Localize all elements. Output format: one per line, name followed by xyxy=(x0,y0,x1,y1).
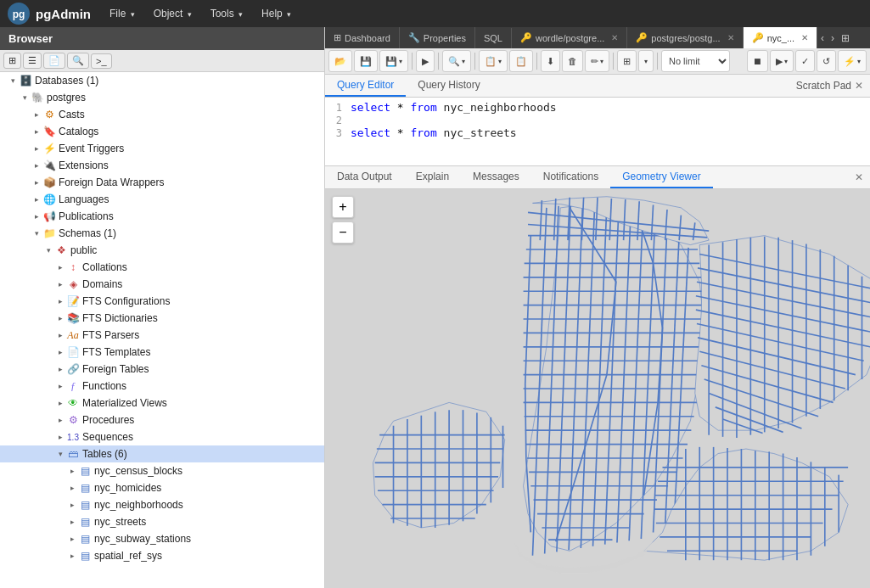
tree-item-catalogs[interactable]: 🔖 Catalogs xyxy=(0,123,324,140)
sidebar-header: Browser xyxy=(0,27,324,50)
code-editor[interactable]: 1 select * from nyc_neighborhoods 2 3 xyxy=(325,98,870,165)
no-limit-select[interactable]: No limit 100 rows 500 rows 1000 rows xyxy=(661,50,730,72)
nyc-homicides-label: nyc_homicides xyxy=(94,482,161,494)
tree-item-fts-templates[interactable]: 📄 FTS Templates xyxy=(0,344,324,361)
tab-wordle[interactable]: 🔑 wordle/postgre... ✕ xyxy=(512,27,627,48)
btn-run[interactable]: ▶ xyxy=(416,50,435,72)
btn-commit[interactable]: ✓ xyxy=(795,50,815,72)
tab-notifications[interactable]: Notifications xyxy=(531,166,610,188)
btn-edit[interactable]: ✏▾ xyxy=(585,50,609,72)
tree-item-casts[interactable]: ⚙ Casts xyxy=(0,106,324,123)
tree-item-publications[interactable]: 📢 Publications xyxy=(0,208,324,225)
tree-item-nyc-census[interactable]: ▤ nyc_census_blocks xyxy=(0,462,324,479)
languages-label: Languages xyxy=(59,193,109,205)
tree-item-databases[interactable]: 🗄️ Databases (1) xyxy=(0,72,324,89)
tree-item-nyc-homicides[interactable]: ▤ nyc_homicides xyxy=(0,479,324,496)
btn-copy-rows[interactable]: 📋▾ xyxy=(479,50,508,72)
btn-stop[interactable]: ⏹ xyxy=(747,50,768,72)
tree-item-fts-dictionaries[interactable]: 📚 FTS Dictionaries xyxy=(0,310,324,327)
tab-explain[interactable]: Explain xyxy=(404,166,461,188)
toggle-domains xyxy=(54,280,66,288)
tree-item-procedures[interactable]: ⚙ Procedures xyxy=(0,412,324,428)
tree-item-domains[interactable]: ◈ Domains xyxy=(0,276,324,293)
tree-item-foreign-tables[interactable]: 🔗 Foreign Tables xyxy=(0,361,324,378)
tree-item-nyc-streets[interactable]: ▤ nyc_streets xyxy=(0,513,324,530)
btn-delete[interactable]: 🗑 xyxy=(562,50,583,72)
btn-macros[interactable]: ⚡▾ xyxy=(838,50,867,72)
btn-save-as[interactable]: 💾▾ xyxy=(379,50,408,72)
line-num-2: 2 xyxy=(325,115,351,126)
tree-item-schemas[interactable]: 📁 Schemas (1) xyxy=(0,225,324,242)
app-logo: pg pgAdmin xyxy=(7,2,91,25)
btn-filter[interactable]: ⊞ xyxy=(617,50,637,72)
menu-help[interactable]: Help ▾ xyxy=(253,4,300,23)
toolbar: 📂 💾 💾▾ ▶ 🔍▾ 📋▾ 📋 ⬇ 🗑 ✏▾ ⊞ ▾ No limit 100… xyxy=(325,48,870,75)
toggle-fdw xyxy=(31,178,42,187)
tab-nav-prev[interactable]: ‹ xyxy=(817,32,828,44)
tab-sql[interactable]: SQL xyxy=(475,28,512,48)
tab-nav-menu[interactable]: ⊞ xyxy=(838,32,853,44)
tree-item-postgres[interactable]: 🐘 postgres xyxy=(0,89,324,106)
btn-open-file[interactable]: 📂 xyxy=(328,50,352,72)
tree-item-event-triggers[interactable]: ⚡ Event Triggers xyxy=(0,140,324,157)
scratch-pad-close[interactable]: ✕ xyxy=(855,80,863,92)
sidebar-btn-grid[interactable]: ⊞ xyxy=(3,53,21,69)
tree-item-nyc-subway[interactable]: ▤ nyc_subway_stations xyxy=(0,530,324,547)
tab-nyc-close[interactable]: ✕ xyxy=(801,33,808,42)
btn-rollback[interactable]: ↺ xyxy=(817,50,836,72)
btn-find[interactable]: 🔍▾ xyxy=(442,50,471,72)
btn-download[interactable]: ⬇ xyxy=(541,50,560,72)
menu-file[interactable]: File ▾ xyxy=(101,4,143,23)
toggle-nyc-neighborhoods xyxy=(66,501,78,509)
tree-item-public[interactable]: ❖ public xyxy=(0,242,324,259)
tree-item-fts-parsers[interactable]: Aa FTS Parsers xyxy=(0,327,324,344)
tree-item-materialized-views[interactable]: 👁 Materialized Views xyxy=(0,395,324,412)
fts-conf-icon: 📝 xyxy=(66,294,80,308)
tree-item-functions[interactable]: ƒ Functions xyxy=(0,378,324,395)
result-panel-close[interactable]: ✕ xyxy=(848,171,870,183)
btn-paste[interactable]: 📋 xyxy=(509,50,533,72)
btn-explain[interactable]: ▶▾ xyxy=(770,50,794,72)
tab-nyc[interactable]: 🔑 nyc_... ✕ xyxy=(744,27,817,48)
tree-item-collations[interactable]: ↕ Collations xyxy=(0,259,324,276)
publications-label: Publications xyxy=(59,210,114,222)
scratch-pad[interactable]: Scratch Pad ✕ xyxy=(789,75,870,97)
tree-item-spatial-ref[interactable]: ▤ spatial_ref_sys xyxy=(0,547,324,564)
tree-item-fts-configurations[interactable]: 📝 FTS Configurations xyxy=(0,293,324,310)
menu-tools[interactable]: Tools ▾ xyxy=(202,4,251,23)
tab-postgres[interactable]: 🔑 postgres/postg... ✕ xyxy=(627,27,743,48)
tables-label: Tables (6) xyxy=(82,448,127,460)
tab-sql-label: SQL xyxy=(484,33,502,43)
sidebar-title: Browser xyxy=(8,32,53,45)
tab-postgres-close[interactable]: ✕ xyxy=(727,33,734,42)
sidebar-btn-search[interactable]: 🔍 xyxy=(67,53,89,69)
tab-wordle-label: wordle/postgre... xyxy=(536,33,604,43)
tree-item-foreign-data-wrappers[interactable]: 📦 Foreign Data Wrappers xyxy=(0,174,324,191)
tab-nav-next[interactable]: › xyxy=(828,32,838,44)
sidebar-btn-details[interactable]: 📄 xyxy=(43,53,65,69)
publications-icon: 📢 xyxy=(42,210,56,223)
tab-geometry-viewer[interactable]: Geometry Viewer xyxy=(610,166,712,188)
tab-messages[interactable]: Messages xyxy=(461,166,531,188)
tree-item-nyc-neighborhoods[interactable]: ▤ nyc_neighborhoods xyxy=(0,496,324,513)
sidebar-btn-list[interactable]: ☰ xyxy=(23,53,42,69)
btn-filter-options[interactable]: ▾ xyxy=(638,50,654,72)
toggle-fts-parsers xyxy=(54,331,66,339)
pgadmin-logo-icon: pg xyxy=(7,2,31,25)
tab-query-editor[interactable]: Query Editor xyxy=(325,75,406,97)
tree-item-languages[interactable]: 🌐 Languages xyxy=(0,191,324,208)
tab-properties[interactable]: 🔧 Properties xyxy=(400,27,475,48)
tab-wordle-close[interactable]: ✕ xyxy=(611,33,618,42)
table-name-1: nyc_neighborhoods xyxy=(444,101,557,114)
btn-save[interactable]: 💾 xyxy=(354,50,378,72)
map-zoom-out[interactable]: − xyxy=(332,221,354,244)
tree-item-tables[interactable]: 🗃 Tables (6) xyxy=(0,445,324,462)
menu-object[interactable]: Object ▾ xyxy=(145,4,200,23)
tree-item-extensions[interactable]: 🔌 Extensions xyxy=(0,157,324,174)
tab-dashboard[interactable]: ⊞ Dashboard xyxy=(325,27,400,48)
tab-query-history[interactable]: Query History xyxy=(406,75,491,97)
map-zoom-in[interactable]: + xyxy=(332,196,354,218)
tree-item-sequences[interactable]: 1.3 Sequences xyxy=(0,428,324,445)
sidebar-btn-query[interactable]: >_ xyxy=(91,53,112,69)
tab-data-output[interactable]: Data Output xyxy=(325,166,404,188)
